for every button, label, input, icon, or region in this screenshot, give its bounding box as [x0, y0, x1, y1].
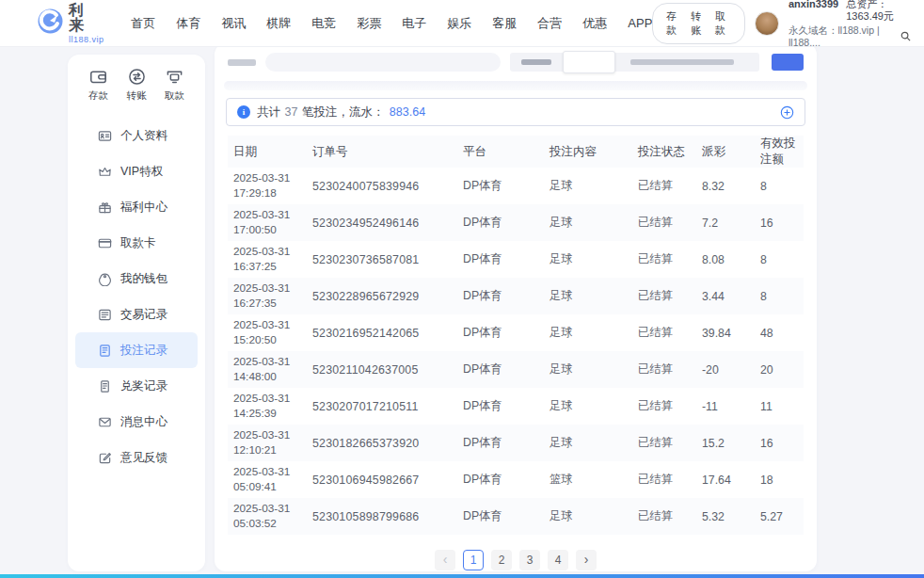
shortcut-icon	[166, 68, 183, 86]
menu-item-icon	[98, 344, 112, 358]
cell-bet-status: 已结算	[632, 361, 696, 377]
cell-platform: DP体育	[457, 288, 544, 304]
site-logo[interactable]: 利 来 ll188.vip	[38, 3, 108, 44]
sidebar-menu-item[interactable]: 我的钱包	[75, 261, 198, 297]
cell-platform: DP体育	[457, 398, 544, 414]
cell-bet-status: 已结算	[632, 178, 696, 194]
shortcut-label: 存款	[88, 89, 108, 103]
nav-item[interactable]: 电子	[402, 15, 426, 32]
table-row: 2025-03-3115:20:50 5230216952142065 DP体育…	[228, 314, 804, 351]
nav-item[interactable]: 棋牌	[266, 15, 291, 32]
cell-bet-status: 已结算	[632, 288, 696, 304]
cell-bet-content: 篮球	[544, 472, 632, 488]
pagination-prev-button[interactable]: ‹	[435, 550, 455, 570]
pagination-page-button[interactable]: 4	[548, 550, 568, 570]
pagination-page-button[interactable]: 3	[519, 550, 540, 570]
nav-item[interactable]: 彩票	[357, 15, 381, 32]
sidebar-menu-item[interactable]: 福利中心	[75, 189, 198, 225]
cell-bet-content: 足球	[544, 288, 632, 304]
sidebar-menu-item[interactable]: 投注记录	[75, 332, 198, 368]
permanent-domain: 永久域名：ll188.vip | ll188....	[789, 24, 898, 48]
filter-input[interactable]	[265, 53, 501, 72]
sidebar-menu-item[interactable]: 取款卡	[75, 225, 198, 261]
sidebar-menu: 个人资料 VIP特权 福利中心 取款卡 我的钱包	[68, 118, 205, 475]
search-icon[interactable]	[900, 31, 911, 41]
pagination-page-button[interactable]: 1	[463, 550, 484, 570]
sidebar-menu-item[interactable]: 交易记录	[75, 297, 198, 332]
turnover-value: 883.64	[390, 105, 425, 119]
cell-order-number: 5230207017210511	[307, 400, 457, 413]
nav-item[interactable]: 合营	[537, 15, 562, 32]
cell-platform: DP体育	[457, 325, 544, 341]
cell-bet-content: 足球	[544, 251, 632, 267]
cell-order-number: 5230228965672929	[307, 290, 457, 303]
cell-payout: 15.2	[696, 437, 755, 450]
sidebar-shortcut[interactable]: 转账	[127, 68, 147, 103]
table-header-cell: 日期	[228, 144, 307, 160]
pagination-page-button[interactable]: 2	[491, 550, 512, 570]
sidebar-menu-item[interactable]: VIP特权	[75, 153, 198, 189]
footer-accent-bar	[0, 574, 924, 578]
main-nav: 首页 体育 视讯 棋牌 电竞 彩票 电子 娱乐 客服 合营 优惠 APP	[131, 15, 652, 32]
header-right: 存款 转账 取款 anxin3399 总资产： 1363.49元 永久域名：ll…	[652, 0, 911, 48]
cell-bet-content: 足球	[544, 398, 632, 414]
cell-order-number: 5230216952142065	[307, 327, 457, 340]
cell-platform: DP体育	[457, 178, 544, 194]
filter-search-button[interactable]	[772, 54, 804, 71]
cell-bet-status: 已结算	[632, 435, 696, 451]
sidebar-menu-item[interactable]: 兑奖记录	[75, 368, 198, 404]
cell-bet-content: 足球	[544, 361, 632, 377]
menu-item-icon	[98, 201, 112, 215]
cell-payout: 8.08	[696, 253, 755, 266]
cell-order-number: 5230240075839946	[307, 180, 457, 193]
user-info[interactable]: anxin3399 总资产： 1363.49元 永久域名：ll188.vip |…	[789, 0, 911, 48]
nav-item[interactable]: 体育	[176, 15, 200, 32]
menu-item-label: 交易记录	[120, 307, 167, 323]
cell-date: 2025-03-3116:27:35	[228, 281, 307, 312]
summary-bar: i 共计 37 笔投注，流水： 883.64	[226, 98, 805, 126]
nav-item[interactable]: 视讯	[221, 15, 246, 32]
nav-item[interactable]: APP	[628, 16, 652, 30]
total-assets: 总资产： 1363.49元	[846, 0, 911, 23]
filter-date-range-tabs[interactable]	[510, 53, 759, 72]
cell-bet-status: 已结算	[632, 472, 696, 488]
cell-bet-status: 已结算	[632, 325, 696, 341]
pagination: ‹ 1 2 3 4 ›	[215, 550, 817, 570]
table-header-cell: 投注内容	[544, 144, 632, 160]
wallet-action-link[interactable]: 取款	[715, 9, 731, 38]
wallet-action-link[interactable]: 存款	[666, 9, 682, 38]
cell-bet-status: 已结算	[632, 398, 696, 414]
nav-item[interactable]: 首页	[131, 15, 155, 32]
cell-valid-amount: 16	[755, 437, 804, 450]
expand-circle-plus-icon[interactable]	[780, 105, 794, 120]
menu-item-label: 取款卡	[120, 235, 156, 251]
table-row: 2025-03-3117:00:50 5230234952496146 DP体育…	[228, 204, 804, 241]
nav-item[interactable]: 客服	[492, 15, 517, 32]
user-avatar[interactable]	[755, 11, 779, 36]
sidebar-menu-item[interactable]: 个人资料	[75, 118, 198, 153]
nav-item[interactable]: 娱乐	[447, 15, 471, 32]
summary-text: 共计 37 笔投注，流水： 883.64	[257, 104, 425, 120]
nav-item[interactable]: 优惠	[582, 15, 607, 32]
logo-domain: ll188.vip	[69, 36, 108, 44]
cell-date: 2025-03-3116:37:25	[228, 245, 307, 275]
nav-item[interactable]: 电竞	[311, 15, 336, 32]
wallet-action-link[interactable]: 转账	[691, 9, 707, 38]
sidebar-shortcut[interactable]: 取款	[165, 68, 184, 103]
table-row: 2025-03-3112:10:21 5230182665373920 DP体育…	[228, 425, 804, 461]
cell-valid-amount: 5.27	[755, 510, 804, 523]
table-row: 2025-03-3105:03:52 5230105898799686 DP体育…	[228, 498, 804, 535]
filter-label-skeleton	[228, 59, 256, 66]
cell-order-number: 5230234952496146	[307, 217, 457, 230]
sidebar-menu-item[interactable]: 意见反馈	[75, 440, 198, 475]
menu-item-label: 意见反馈	[120, 450, 167, 466]
sidebar-menu-item[interactable]: 消息中心	[75, 404, 198, 440]
cell-bet-content: 足球	[544, 178, 632, 194]
sidebar-shortcut[interactable]: 存款	[88, 68, 108, 103]
table-row: 2025-03-3114:25:39 5230207017210511 DP体育…	[228, 388, 804, 425]
cell-valid-amount: 8	[755, 253, 804, 266]
filter-tab-active[interactable]	[563, 51, 615, 73]
pagination-pages: 1 2 3 4	[463, 550, 568, 570]
menu-item-icon	[98, 415, 112, 429]
pagination-next-button[interactable]: ›	[576, 550, 597, 570]
